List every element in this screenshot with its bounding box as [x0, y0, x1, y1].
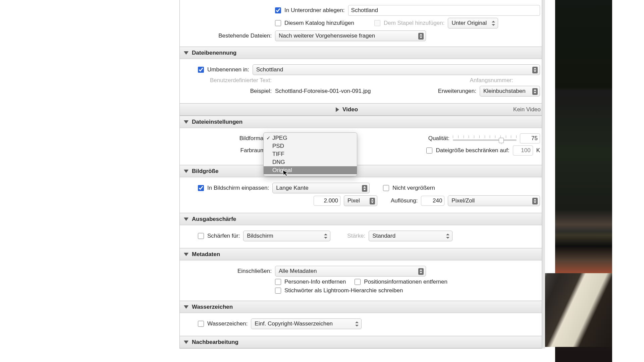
remove-location-label: Positionsinformationen entfernen — [364, 279, 447, 285]
chevron-down-icon — [184, 170, 189, 173]
section-output-sharpening: Ausgabeschärfe Schärfen für: Bildschirm … — [179, 213, 545, 248]
remove-location-checkbox[interactable] — [355, 279, 361, 285]
section-file-settings: Dateieinstellungen Bildformat: Qualität: — [179, 116, 545, 165]
resize-mode-select[interactable]: Lange Kante — [272, 183, 370, 193]
keywords-hierarchy-label: Stichwörter als Lightroom-Hierarchie sch… — [284, 287, 403, 294]
image-format-label: Bildformat: — [184, 135, 267, 142]
image-format-dropdown[interactable]: JPEG PSD TIFF DNG Original — [263, 132, 357, 176]
example-value: Schottland-Fotoreise-001-von-091.jpg — [275, 88, 371, 95]
section-header-post[interactable]: Nachbearbeitung — [180, 336, 545, 348]
quality-label: Qualität: — [428, 135, 449, 142]
include-label: Einschließen: — [184, 268, 272, 275]
remove-people-label: Personen-Info entfernen — [284, 279, 346, 285]
sharpen-for-select: Bildschirm — [243, 231, 330, 241]
rename-label: Umbenennen in: — [207, 66, 249, 73]
resolution-label: Auflösung: — [391, 197, 418, 204]
chevron-down-icon — [184, 253, 189, 256]
section-file-naming: Dateibenennung Umbenennen in: Schottland… — [179, 47, 545, 104]
section-metadata: Metadaten Einschließen: Alle Metadaten P… — [179, 248, 545, 301]
export-dialog-panel: In Unterordner ablegen: Diesem Katalog h… — [179, 0, 545, 349]
sharpen-amount-label: Stärke: — [347, 233, 365, 239]
section-header-video[interactable]: Video Kein Video — [180, 104, 545, 116]
add-catalog-checkbox[interactable] — [275, 20, 281, 26]
chevron-down-icon — [184, 120, 189, 124]
section-header-metadata[interactable]: Metadaten — [180, 248, 545, 260]
format-option-jpeg[interactable]: JPEG — [264, 134, 357, 142]
format-option-original[interactable]: Original — [264, 166, 357, 174]
watermark-label: Wasserzeichen: — [207, 320, 248, 327]
video-status: Kein Video — [513, 106, 541, 113]
section-watermark: Wasserzeichen Wasserzeichen: Einf. Copyr… — [179, 301, 545, 336]
add-stack-checkbox — [374, 20, 380, 26]
add-catalog-label: Diesem Katalog hinzufügen — [284, 20, 354, 26]
resize-label: In Bildschirm einpassen: — [207, 185, 269, 191]
start-number-label: Anfangsnummer: — [470, 77, 513, 84]
limit-filesize-label: Dateigröße beschränken auf: — [436, 147, 509, 154]
limit-unit: K — [536, 147, 540, 154]
chevron-down-icon — [184, 341, 189, 344]
quality-slider[interactable] — [453, 134, 517, 143]
watermark-select: Einf. Copyright-Wasserzeichen — [251, 318, 362, 329]
format-option-psd[interactable]: PSD — [264, 142, 357, 150]
format-option-tiff[interactable]: TIFF — [264, 150, 357, 158]
subfolder-label: In Unterordner ablegen: — [284, 7, 345, 14]
resize-checkbox[interactable] — [198, 185, 204, 191]
rename-template-select[interactable]: Schottland — [253, 64, 540, 75]
chevron-down-icon — [184, 218, 189, 221]
limit-filesize-checkbox[interactable] — [426, 147, 432, 154]
resolution-unit-select[interactable]: Pixel/Zoll — [448, 195, 540, 206]
stack-position-select: Unter Original — [448, 18, 498, 28]
colorspace-label: Farbraum: — [184, 147, 267, 154]
sharpen-amount-select: Standard — [369, 231, 452, 241]
section-header-naming[interactable]: Dateibenennung — [180, 47, 545, 59]
chevron-right-icon — [336, 107, 339, 112]
add-stack-label: Dem Stapel hinzufügen: — [384, 20, 444, 26]
remove-people-checkbox[interactable] — [275, 279, 281, 285]
rename-checkbox[interactable] — [198, 67, 204, 73]
limit-filesize-input — [513, 145, 533, 156]
extensions-select[interactable]: Kleinbuchstaben — [480, 86, 540, 97]
section-header-sharpen[interactable]: Ausgabeschärfe — [180, 213, 545, 225]
section-header-file-settings[interactable]: Dateieinstellungen — [180, 116, 545, 128]
resolution-input[interactable] — [421, 196, 444, 206]
dimension-input[interactable] — [314, 196, 340, 206]
no-enlarge-checkbox[interactable] — [383, 185, 389, 191]
dialog-right-edge-inner — [542, 0, 542, 349]
section-post-processing: Nachbearbeitung — [179, 336, 545, 349]
existing-files-select[interactable]: Nach weiterer Vorgehensweise fragen — [275, 31, 426, 41]
extensions-label: Erweiterungen: — [438, 88, 476, 95]
custom-text-label: Benutzerdefinierter Text: — [184, 77, 272, 84]
keywords-hierarchy-checkbox[interactable] — [275, 288, 281, 294]
dialog-right-edge — [542, 0, 545, 349]
subfolder-input[interactable] — [348, 5, 540, 16]
dimension-unit-select[interactable]: Pixel — [344, 195, 377, 206]
format-option-dng[interactable]: DNG — [264, 158, 357, 166]
section-video: Video Kein Video — [179, 103, 545, 116]
section-header-sizing[interactable]: Bildgröße — [180, 165, 545, 177]
chevron-down-icon — [184, 51, 189, 55]
section-image-sizing: Bildgröße In Bildschirm einpassen: Lange… — [179, 165, 545, 213]
example-label: Beispiel: — [184, 88, 272, 95]
existing-files-label: Bestehende Dateien: — [184, 33, 272, 39]
sharpen-for-label: Schärfen für: — [207, 233, 240, 239]
no-enlarge-label: Nicht vergrößern — [392, 185, 435, 191]
chevron-down-icon — [184, 305, 189, 309]
include-select[interactable]: Alle Metadaten — [275, 266, 426, 277]
watermark-checkbox[interactable] — [198, 321, 204, 327]
section-header-watermark[interactable]: Wasserzeichen — [180, 301, 545, 313]
quality-input[interactable] — [520, 133, 540, 143]
sharpen-checkbox[interactable] — [198, 233, 204, 239]
subfolder-checkbox[interactable] — [275, 7, 281, 13]
